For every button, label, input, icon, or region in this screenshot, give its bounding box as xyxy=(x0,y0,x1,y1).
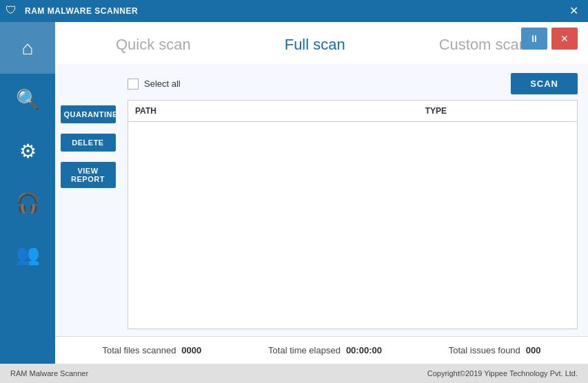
pause-button[interactable]: ⏸ xyxy=(521,28,547,50)
stat-files-scanned: Total files scanned 0000 xyxy=(102,345,201,355)
main-container: ⌂ 🔍 ⚙ 🎧 👥 Quick scan Full scan Custom sc… xyxy=(0,22,588,364)
issues-found-value: 000 xyxy=(526,345,541,355)
time-elapsed-value: 00:00:00 xyxy=(346,345,382,355)
close-x-icon: ✕ xyxy=(560,33,569,44)
stats-bar: Total files scanned 0000 Total time elap… xyxy=(55,336,588,364)
sidebar: ⌂ 🔍 ⚙ 🎧 👥 xyxy=(0,22,55,364)
select-all-left: Select all xyxy=(128,79,181,90)
delete-button[interactable]: DELETE xyxy=(61,134,116,152)
status-bar: RAM Malware Scanner Copyright©2019 Yippe… xyxy=(0,364,588,383)
title-bar: 🛡 RAM MALWARE SCANNER ✕ xyxy=(0,0,588,22)
pause-icon: ⏸ xyxy=(529,33,539,44)
scan-area: Select all SCAN PATH TYPE xyxy=(121,64,588,336)
sidebar-item-users[interactable]: 👥 xyxy=(0,229,55,280)
sidebar-item-search[interactable]: 🔍 xyxy=(0,74,55,125)
support-icon: 🎧 xyxy=(16,192,40,214)
column-type: TYPE xyxy=(425,104,570,118)
scan-button[interactable]: SCAN xyxy=(511,73,578,94)
table-header: PATH TYPE xyxy=(128,101,577,122)
title-bar-left: 🛡 RAM MALWARE SCANNER xyxy=(6,4,138,18)
time-elapsed-label: Total time elapsed xyxy=(268,345,341,355)
middle-section: QUARANTINE DELETE VIEW REPORT Select all… xyxy=(55,64,588,336)
select-all-checkbox[interactable] xyxy=(128,79,139,90)
files-scanned-value: 0000 xyxy=(181,345,201,355)
app-icon: 🛡 xyxy=(6,4,19,18)
side-buttons: QUARANTINE DELETE VIEW REPORT xyxy=(55,64,121,336)
view-report-button[interactable]: VIEW REPORT xyxy=(61,162,116,188)
app-title: RAM MALWARE SCANNER xyxy=(25,6,138,16)
scan-table: PATH TYPE xyxy=(128,100,578,329)
select-all-label[interactable]: Select all xyxy=(144,79,181,89)
home-icon: ⌂ xyxy=(22,37,34,59)
files-scanned-label: Total files scanned xyxy=(102,345,176,355)
sidebar-item-settings[interactable]: ⚙ xyxy=(0,125,55,177)
stat-issues-found: Total issues found 000 xyxy=(449,345,541,355)
tab-full-scan[interactable]: Full scan xyxy=(271,32,359,57)
stat-time-elapsed: Total time elapsed 00:00:00 xyxy=(268,345,382,355)
status-copyright: Copyright©2019 Yippee Technology Pvt. Lt… xyxy=(427,369,578,377)
scan-tabs: Quick scan Full scan Custom scan xyxy=(55,22,588,64)
quarantine-button[interactable]: QUARANTINE xyxy=(61,105,116,123)
select-all-row: Select all SCAN xyxy=(128,68,578,100)
issues-found-label: Total issues found xyxy=(449,345,520,355)
sidebar-item-support[interactable]: 🎧 xyxy=(0,177,55,229)
status-app-name: RAM Malware Scanner xyxy=(10,369,88,377)
tab-quick-scan[interactable]: Quick scan xyxy=(102,32,205,57)
toolbar-overlay: ⏸ ✕ xyxy=(521,22,578,55)
content-area: Quick scan Full scan Custom scan QUARANT… xyxy=(55,22,588,364)
sidebar-item-home[interactable]: ⌂ xyxy=(0,22,55,74)
search-icon: 🔍 xyxy=(16,88,40,111)
column-path: PATH xyxy=(135,104,425,118)
settings-icon: ⚙ xyxy=(19,140,37,163)
toolbar-close-button[interactable]: ✕ xyxy=(551,28,578,50)
users-icon: 👥 xyxy=(16,243,40,266)
close-button[interactable]: ✕ xyxy=(565,4,582,18)
table-body xyxy=(128,122,577,329)
